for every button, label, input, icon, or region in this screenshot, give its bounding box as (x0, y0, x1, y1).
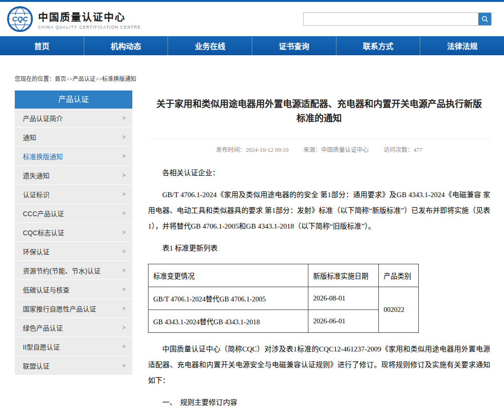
page: CQC 中国质量认证中心 CHINA QUALITY CERTIFICATION… (0, 0, 504, 420)
chevron-right-icon: > (122, 190, 126, 198)
table-header-implementation-date: 新版标准实施日期 (308, 264, 379, 287)
sidebar-item-label: II型自愿认证 (23, 342, 60, 351)
sidebar-title: 产品认证 (15, 90, 132, 109)
sidebar-item-label: 遗失通知 (23, 170, 49, 180)
table-cell-product-category: 002022 (379, 287, 419, 332)
table-row: GB 4343.1-2024替代GB 4343.1-2018 2026-06-0… (148, 310, 419, 332)
sidebar-item-label: 绿色产品认证 (23, 323, 63, 332)
sidebar-item-label: 国家推行自愿性产品认证 (23, 304, 96, 313)
chevron-right-icon: > (122, 114, 126, 121)
publish-time-label: 发布时间： (216, 147, 246, 153)
article-title: 关于家用和类似用途电器用外置电源适配器、充电器和内置开关电源产品执行新版标准的通… (153, 97, 485, 126)
chevron-right-icon: > (122, 305, 126, 312)
sidebar-item-label: 通知 (23, 132, 36, 142)
sidebar-item-product-cert-intro[interactable]: 产品认证简介 > (15, 109, 132, 128)
visit-count-value: 477 (414, 147, 423, 153)
sidebar-item-label: 联盟认证 (23, 361, 49, 370)
paragraph-revision: 中国质量认证中心（简称CQC）对涉及表1标准的CQC12-461237-2009… (148, 341, 490, 389)
search-icon (481, 15, 489, 23)
chevron-right-icon: > (122, 343, 126, 350)
table-cell-date: 2026-06-01 (308, 310, 379, 332)
search-button[interactable] (478, 13, 491, 25)
sidebar-item-green-product-cert[interactable]: 绿色产品认证 > (15, 318, 132, 337)
visit-count-label: 访问次数： (384, 147, 414, 153)
site-titles: 中国质量认证中心 CHINA QUALITY CERTIFICATION CEN… (38, 9, 141, 30)
table-header-row: 标准变更情况 新版标准实施日期 产品类别 (148, 264, 419, 287)
sidebar-item-certification-mark[interactable]: 认证标识 > (15, 185, 132, 204)
sidebar-item-label: 环保认证 (23, 247, 49, 256)
publish-time-value: 2024-10-12 09:10 (246, 147, 288, 153)
breadcrumb-link-standard-change-notice[interactable]: 标准换版通知 (102, 76, 136, 82)
sidebar-item-label: 标准换版通知 (23, 151, 63, 161)
list-item-1: 1. GB/T 4706.1-2024替代GB 4706.1-2005； (148, 417, 490, 420)
site-subtitle: CHINA QUALITY CERTIFICATION CENTRE (38, 25, 141, 30)
table-cell-standard-change: GB 4343.1-2024替代GB 4343.1-2018 (148, 310, 308, 332)
nav-item-home[interactable]: 首页 (0, 36, 84, 55)
main-nav: 首页 机构动态 业务在线 证书查询 联系方式 法律法规 (0, 36, 504, 55)
table-header-product-category: 产品类别 (379, 264, 419, 287)
chevron-right-icon: > (122, 324, 126, 331)
site-header: CQC 中国质量认证中心 CHINA QUALITY CERTIFICATION… (0, 2, 504, 36)
sidebar-item-label: 认证标识 (23, 190, 49, 199)
sidebar-item-label: CQC标志认证 (23, 228, 64, 237)
chevron-right-icon: > (122, 267, 126, 274)
cqc-globe-logo-icon: CQC (7, 6, 33, 32)
sidebar-item-loss-notice[interactable]: 遗失通知 > (15, 166, 132, 185)
table-caption: 表1 标准更新列表 (148, 240, 490, 256)
sidebar-item-alliance-cert[interactable]: 联盟认证 > (15, 356, 132, 375)
sidebar-item-environmental-cert[interactable]: 环保认证 > (15, 242, 132, 261)
sidebar-item-label: CCC产品认证 (23, 209, 64, 218)
table-cell-standard-change: GB/T 4706.1-2024替代GB 4706.1-2005 (148, 287, 308, 310)
site-name: 中国质量认证中心 (38, 9, 141, 23)
chevron-right-icon: > (122, 210, 126, 217)
breadcrumb-link-home[interactable]: 首页 (55, 76, 66, 82)
breadcrumb: 您现在的位置：首页>>产品认证>>标准换版通知 (15, 55, 490, 90)
sidebar-item-label: 资源节约(节能、节水)认证 (23, 266, 100, 275)
visit-count: 访问次数：477 (384, 147, 422, 153)
section-heading-1: 一、 规则主要修订内容 (148, 395, 490, 410)
nav-item-news[interactable]: 机构动态 (84, 36, 168, 55)
nav-item-laws[interactable]: 法律法规 (420, 36, 504, 55)
sidebar-item-cqc-mark-cert[interactable]: CQC标志认证 > (15, 223, 132, 242)
sidebar-item-national-voluntary-cert[interactable]: 国家推行自愿性产品认证 > (15, 299, 132, 318)
chevron-right-icon: > (122, 248, 126, 255)
sidebar-item-label: 低碳认证与核查 (23, 285, 69, 294)
paragraph-intro: GB/T 4706.1-2024《家用及类似用途电器的的安全 第1部分：通用要求… (148, 187, 490, 234)
article: 关于家用和类似用途电器用外置电源适配器、充电器和内置开关电源产品执行新版标准的通… (148, 90, 490, 420)
article-meta: 发布时间：2024-10-12 09:10 来源：中国质量认证中心 访问次数：4… (148, 139, 490, 154)
logo-cqc-text: CQC (12, 15, 28, 23)
standards-update-table: 标准变更情况 新版标准实施日期 产品类别 GB/T 4706.1-2024替代G… (148, 264, 419, 333)
article-source-value: 中国质量认证中心 (321, 147, 369, 153)
table-row: GB/T 4706.1-2024替代GB 4706.1-2005 2026-08… (148, 287, 419, 310)
publish-time: 发布时间：2024-10-12 09:10 (216, 147, 288, 153)
paragraph-salutation: 各相关认证企业： (148, 165, 490, 181)
sidebar-item-standard-change-notice[interactable]: 标准换版通知 > (15, 147, 132, 166)
search-box (303, 12, 492, 26)
table-header-standard-change: 标准变更情况 (148, 264, 308, 287)
breadcrumb-link-product-certification[interactable]: 产品认证 (73, 76, 96, 82)
nav-item-certificate-query[interactable]: 证书查询 (252, 36, 336, 55)
site-logo[interactable]: CQC 中国质量认证中心 CHINA QUALITY CERTIFICATION… (7, 6, 141, 32)
chevron-right-icon: > (122, 133, 126, 140)
breadcrumb-separator: >> (96, 76, 102, 82)
article-source-label: 来源： (303, 147, 321, 153)
chevron-right-icon: > (122, 286, 126, 293)
chevron-right-icon: > (122, 152, 126, 160)
sidebar: 产品认证 产品认证简介 > 通知 > 标准换版通知 > 遗失通知 > (15, 90, 132, 375)
search-input[interactable] (304, 13, 478, 25)
content-wrap: 您现在的位置：首页>>产品认证>>标准换版通知 产品认证 产品认证简介 > 通知… (0, 55, 504, 420)
chevron-right-icon: > (122, 171, 126, 179)
nav-item-online-business[interactable]: 业务在线 (168, 36, 252, 55)
sidebar-item-label: 产品认证简介 (23, 113, 63, 123)
sidebar-item-ccc-product-cert[interactable]: CCC产品认证 > (15, 204, 132, 223)
sidebar-item-resource-saving-cert[interactable]: 资源节约(节能、节水)认证 > (15, 261, 132, 280)
columns: 产品认证 产品认证简介 > 通知 > 标准换版通知 > 遗失通知 > (15, 90, 490, 420)
sidebar-item-notice[interactable]: 通知 > (15, 128, 132, 147)
breadcrumb-separator: >> (66, 76, 73, 82)
sidebar-item-low-carbon-cert[interactable]: 低碳认证与核查 > (15, 280, 132, 299)
table-cell-date: 2026-08-01 (308, 287, 379, 310)
article-source: 来源：中国质量认证中心 (303, 147, 369, 153)
breadcrumb-prefix: 您现在的位置： (15, 76, 55, 82)
nav-item-contact[interactable]: 联系方式 (336, 36, 420, 55)
sidebar-item-type2-voluntary-cert[interactable]: II型自愿认证 > (15, 337, 132, 356)
